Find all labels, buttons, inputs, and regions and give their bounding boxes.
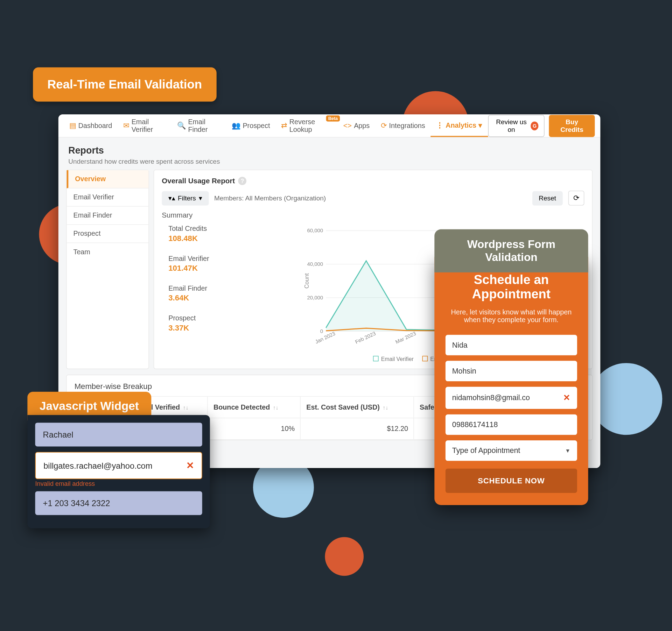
svg-text:60,000: 60,000 xyxy=(307,228,323,233)
summary-label: Summary xyxy=(162,211,584,219)
last-name-input[interactable]: Mohsin xyxy=(446,361,577,381)
g2-icon: G xyxy=(531,121,539,130)
reset-button[interactable]: Reset xyxy=(532,191,562,205)
col-bounce-detected[interactable]: Bounce Detected ↑↓ xyxy=(208,396,300,418)
svg-text:40,000: 40,000 xyxy=(307,261,323,267)
panel-title: Overall Usage Report xyxy=(162,177,235,185)
sidetab-team[interactable]: Team xyxy=(67,243,149,261)
appointment-type-select[interactable]: Type of Appointment ▼ xyxy=(446,440,577,461)
review-label: Review us on xyxy=(494,118,529,133)
nav-icon: <> xyxy=(343,121,352,130)
sort-icon: ↑↓ xyxy=(383,404,388,410)
nav-email-verifier[interactable]: ✉Email Verifier xyxy=(118,114,172,137)
sidetab-email-verifier[interactable]: Email Verifier xyxy=(67,189,149,207)
decor-circle xyxy=(590,363,662,435)
nav-icon: ✉ xyxy=(123,121,129,130)
stat-label: Total Credits xyxy=(168,225,239,233)
filter-icon: ▾▴ xyxy=(168,194,175,202)
cell: $12.20 xyxy=(301,418,414,440)
sidetab-email-finder[interactable]: Email Finder xyxy=(67,207,149,225)
stat-value: 3.37K xyxy=(168,323,239,332)
stat-value: 3.64K xyxy=(168,293,239,302)
svg-text:20,000: 20,000 xyxy=(307,295,323,300)
js-widget-form: Rachael billgates.rachael@yahoo.com ✕ In… xyxy=(27,415,210,528)
sort-icon: ↑↓ xyxy=(183,404,189,410)
summary-stats: Total Credits108.48KEmail Verifier101.47… xyxy=(162,225,239,362)
decor-circle xyxy=(325,537,364,576)
stat-label: Email Verifier xyxy=(168,255,239,262)
email-input[interactable]: nidamohsin8@gmail.co ✕ xyxy=(446,387,577,409)
nav-label: Email Verifier xyxy=(132,118,166,133)
navbar: ▤Dashboard✉Email Verifier🔍Email Finder👥P… xyxy=(58,114,600,137)
nav-icon: 🔍 xyxy=(177,121,186,130)
schedule-now-button[interactable]: SCHEDULE NOW xyxy=(446,468,577,493)
clear-icon[interactable]: ✕ xyxy=(563,393,570,403)
stat-value: 101.47K xyxy=(168,263,239,272)
nav-prospect[interactable]: 👥Prospect xyxy=(226,114,275,137)
nav-reverse-lookup[interactable]: ⇄Reverse LookupBeta xyxy=(275,114,338,137)
svg-text:Feb 2023: Feb 2023 xyxy=(354,331,377,345)
nav-label: Analytics xyxy=(446,121,476,129)
nav-label: Integrations xyxy=(389,122,425,129)
email-input[interactable]: billgates.rachael@yahoo.com ✕ xyxy=(35,452,202,479)
info-icon[interactable]: ? xyxy=(238,177,247,185)
nav-icon: ⟳ xyxy=(381,121,387,130)
members-filter-text: Members: All Members (Organization) xyxy=(214,194,326,202)
select-value: Type of Appointment xyxy=(452,446,520,455)
stat-email-verifier: Email Verifier101.47K xyxy=(168,255,239,272)
stat-total-credits: Total Credits108.48K xyxy=(168,225,239,243)
review-us-button[interactable]: Review us on G xyxy=(488,115,545,137)
svg-text:Count: Count xyxy=(303,273,310,289)
nav-integrations[interactable]: ⟳Integrations xyxy=(375,114,431,137)
nav-icon: ▤ xyxy=(69,121,76,130)
nav-label: Prospect xyxy=(243,122,270,129)
nav-dashboard[interactable]: ▤Dashboard xyxy=(64,114,118,137)
sidetab-prospect[interactable]: Prospect xyxy=(67,225,149,243)
tag-realtime-validation: Real-Time Email Validation xyxy=(33,68,216,102)
phone-input[interactable]: +1 203 3434 2322 xyxy=(35,491,202,515)
clear-icon[interactable]: ✕ xyxy=(186,460,194,471)
nav-apps[interactable]: <>Apps xyxy=(338,114,375,137)
report-sidetabs: OverviewEmail VerifierEmail FinderProspe… xyxy=(66,170,149,369)
svg-text:0: 0 xyxy=(320,328,323,334)
stat-value: 108.48K xyxy=(168,234,239,242)
phone-input[interactable]: 09886174118 xyxy=(446,414,577,435)
nav-label: Email Finder xyxy=(188,118,220,133)
refresh-button[interactable]: ⟳ xyxy=(568,191,584,206)
nav-icon: 👥 xyxy=(232,121,240,130)
stat-label: Email Finder xyxy=(168,285,239,292)
form-heading: Schedule an Appointment xyxy=(446,272,577,302)
email-value: billgates.rachael@yahoo.com xyxy=(43,461,152,470)
svg-text:Jan 2023: Jan 2023 xyxy=(314,331,336,345)
svg-text:Mar 2023: Mar 2023 xyxy=(394,331,417,345)
filters-label: Filters xyxy=(178,194,196,202)
sort-icon: ↑↓ xyxy=(273,404,279,410)
stat-prospect: Prospect3.37K xyxy=(168,314,239,332)
filters-button[interactable]: ▾▴ Filters ▾ xyxy=(162,191,209,205)
reports-header: Reports Understand how credits were spen… xyxy=(58,137,600,170)
legend-item: Email Verifier xyxy=(373,356,414,362)
buy-credits-button[interactable]: Buy Credits xyxy=(549,115,595,137)
nav-icon: ⇄ xyxy=(281,121,287,130)
form-subtext: Here, let visitors know what will happen… xyxy=(446,308,577,324)
nav-email-finder[interactable]: 🔍Email Finder xyxy=(172,114,226,137)
nav-icon: ⋮ xyxy=(436,121,443,129)
email-error: Invalid email address xyxy=(35,480,202,487)
first-name-input[interactable]: Nida xyxy=(446,335,577,355)
wordpress-form: Schedule an Appointment Here, let visito… xyxy=(434,257,588,505)
nav-label: Dashboard xyxy=(78,122,112,129)
caret-down-icon: ▾ xyxy=(478,121,482,129)
nav-analytics[interactable]: ⋮Analytics ▾ xyxy=(431,114,488,137)
col-est-cost-saved-usd-[interactable]: Est. Cost Saved (USD) ↑↓ xyxy=(301,396,414,418)
caret-down-icon: ▾ xyxy=(199,194,202,202)
stat-label: Prospect xyxy=(168,314,239,322)
cell: 10% xyxy=(208,418,300,440)
chevron-down-icon: ▼ xyxy=(565,447,570,453)
reports-subtitle: Understand how credits were spent across… xyxy=(68,157,590,165)
nav-label: Apps xyxy=(354,122,370,129)
name-input[interactable]: Rachael xyxy=(35,423,202,447)
tag-wp-validation: Wordpress Form Validation xyxy=(434,229,588,272)
email-value: nidamohsin8@gmail.co xyxy=(452,394,530,402)
refresh-icon: ⟳ xyxy=(573,194,579,202)
sidetab-overview[interactable]: Overview xyxy=(67,170,149,188)
